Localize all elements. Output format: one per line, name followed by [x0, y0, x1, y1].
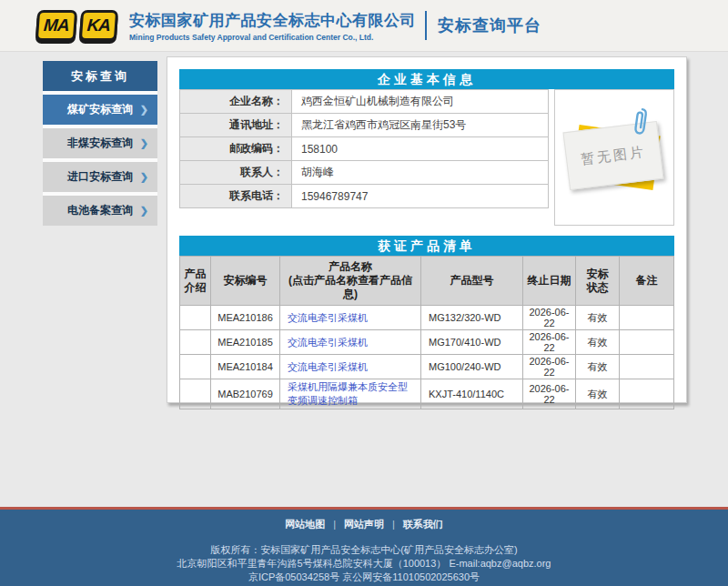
- status-cell: 有效: [576, 330, 620, 355]
- org-name-en: Mining Products Safety Approval and Cert…: [129, 33, 416, 42]
- remark-cell: [620, 306, 674, 330]
- product-name-link[interactable]: 采煤机用隔爆兼本质安全型变频调速控制箱: [288, 381, 408, 406]
- remark-cell: [620, 355, 674, 379]
- org-name-zh: 安标国家矿用产品安全标志中心有限公司: [129, 10, 416, 31]
- cert-no-cell: MAB210769: [211, 379, 280, 409]
- header-divider: [425, 11, 427, 40]
- info-value: 黑龙江省鸡西市鸡冠区南星街53号: [292, 114, 549, 137]
- cert-no-cell: MEA210184: [211, 355, 280, 379]
- chevron-right-icon: ❯: [140, 137, 148, 149]
- product-intro-cell: [180, 306, 211, 330]
- top-header: MA KA 安标国家矿用产品安全标志中心有限公司 Mining Products…: [0, 0, 728, 52]
- info-value: 158100: [292, 137, 549, 161]
- product-name-link[interactable]: 交流电牵引采煤机: [288, 312, 368, 323]
- page: MA KA 安标国家矿用产品安全标志中心有限公司 Mining Products…: [0, 0, 728, 586]
- product-table-column-header: 终止日期: [523, 257, 576, 306]
- main-area: 安标查询 煤矿安标查询❯非煤安标查询❯进口安标查询❯电池备案查询❯ 企业基本信息…: [0, 52, 728, 507]
- sidebar: 安标查询 煤矿安标查询❯非煤安标查询❯进口安标查询❯电池备案查询❯: [43, 61, 157, 226]
- status-cell: 有效: [576, 355, 620, 379]
- product-table-column-header: 产品 介绍: [180, 257, 211, 306]
- copyright-line: 版权所有：安标国家矿用产品安全标志中心(矿用产品安全标志办公室): [0, 543, 728, 557]
- product-name-cell: 采煤机用隔爆兼本质安全型变频调速控制箱: [280, 379, 421, 409]
- maka-logo: MA KA: [35, 10, 118, 41]
- footer-links: 网站地图|网站声明|联系我们: [0, 518, 728, 531]
- product-name-cell: 交流电牵引采煤机: [280, 306, 421, 330]
- sidebar-item[interactable]: 煤矿安标查询❯: [43, 95, 157, 125]
- end-date-cell: 2026-06-22: [523, 306, 576, 330]
- sidebar-item[interactable]: 非煤安标查询❯: [43, 128, 157, 158]
- chevron-right-icon: ❯: [140, 171, 148, 183]
- sidebar-item-label: 进口安标查询: [67, 169, 133, 185]
- logo-badge-ma: MA: [35, 10, 77, 41]
- info-value: 鸡西金恒矿山机械制造有限公司: [292, 90, 549, 114]
- product-model-cell: KXJT-410/1140C: [421, 379, 523, 409]
- product-intro-cell: [180, 355, 211, 379]
- sidebar-item[interactable]: 进口安标查询❯: [43, 162, 157, 192]
- product-table-body: MEA210186交流电牵引采煤机MG132/320-WD2026-06-22有…: [180, 306, 674, 409]
- company-info-row: 通讯地址：黑龙江省鸡西市鸡冠区南星街53号: [180, 114, 549, 137]
- info-label: 联系人：: [180, 161, 292, 185]
- sidebar-item[interactable]: 电池备案查询❯: [43, 196, 157, 226]
- product-table-column-header: 安标 状态: [576, 257, 620, 306]
- info-value: 胡海峰: [292, 161, 549, 185]
- table-row: MEA210185交流电牵引采煤机MG170/410-WD2026-06-22有…: [180, 330, 674, 355]
- platform-title: 安标查询平台: [438, 15, 541, 36]
- company-info-row: 联系人：胡海峰: [180, 161, 549, 185]
- info-value: 15946789747: [292, 185, 549, 208]
- no-image-box: 暂无图片: [554, 89, 674, 226]
- product-model-cell: MG132/320-WD: [421, 306, 523, 330]
- info-label: 通讯地址：: [180, 114, 292, 137]
- footer: 网站地图|网站声明|联系我们 版权所有：安标国家矿用产品安全标志中心(矿用产品安…: [0, 510, 728, 586]
- product-table-header-row: 产品 介绍安标编号产品名称 (点击产品名称查看产品信息)产品型号终止日期安标 状…: [180, 257, 674, 306]
- chevron-right-icon: ❯: [140, 104, 148, 116]
- product-model-cell: MG170/410-WD: [421, 330, 523, 355]
- copyright-line: 北京朝阳区和平里青年沟路5号煤科总院安科大厦（100013） E-mail:aq…: [0, 557, 728, 571]
- status-cell: 有效: [576, 306, 620, 330]
- cert-no-cell: MEA210185: [211, 330, 280, 355]
- table-row: MEA210184交流电牵引采煤机MG100/240-WD2026-06-22有…: [180, 355, 674, 379]
- end-date-cell: 2026-06-22: [523, 330, 576, 355]
- product-table: 产品 介绍安标编号产品名称 (点击产品名称查看产品信息)产品型号终止日期安标 状…: [179, 256, 674, 409]
- status-cell: 有效: [576, 379, 620, 409]
- product-name-link[interactable]: 交流电牵引采煤机: [288, 337, 368, 348]
- copyright-line: 京ICP备05034258号 京公网安备11010502025630号: [0, 571, 728, 584]
- company-info-header: 企业基本信息: [179, 69, 674, 89]
- product-table-column-header: 产品型号: [421, 257, 523, 306]
- remark-cell: [620, 330, 674, 355]
- product-name-link[interactable]: 交流电牵引采煤机: [288, 361, 368, 372]
- product-table-column-header: 安标编号: [211, 257, 280, 306]
- cert-no-cell: MEA210186: [211, 306, 280, 330]
- info-label: 邮政编码：: [180, 137, 292, 161]
- no-image-text: 暂无图片: [580, 143, 647, 168]
- product-table-column-header: 备注: [620, 257, 674, 306]
- chevron-right-icon: ❯: [140, 205, 148, 217]
- sidebar-item-label: 非煤安标查询: [67, 136, 133, 151]
- product-intro-cell: [180, 379, 211, 409]
- product-table-column-header: 产品名称 (点击产品名称查看产品信息): [280, 257, 421, 306]
- info-label: 联系电话：: [180, 185, 292, 208]
- sidebar-item-label: 电池备案查询: [67, 203, 133, 218]
- info-label: 企业名称：: [180, 90, 292, 114]
- company-info-row: 联系电话：15946789747: [180, 185, 549, 208]
- company-info-row: 邮政编码：158100: [180, 137, 549, 161]
- company-info-tbody: 企业名称：鸡西金恒矿山机械制造有限公司通讯地址：黑龙江省鸡西市鸡冠区南星街53号…: [180, 90, 549, 208]
- product-name-cell: 交流电牵引采煤机: [280, 330, 421, 355]
- product-list-header: 获证产品清单: [179, 236, 674, 256]
- logo-badge-ka: KA: [78, 10, 118, 41]
- end-date-cell: 2026-06-22: [523, 355, 576, 379]
- company-info-row: 企业名称：鸡西金恒矿山机械制造有限公司: [180, 90, 549, 114]
- content-panel: 企业基本信息 企业名称：鸡西金恒矿山机械制造有限公司通讯地址：黑龙江省鸡西市鸡冠…: [167, 56, 687, 403]
- product-table-head: 产品 介绍安标编号产品名称 (点击产品名称查看产品信息)产品型号终止日期安标 状…: [180, 257, 674, 306]
- footer-link[interactable]: 联系我们: [403, 519, 443, 530]
- footer-link[interactable]: 网站声明: [344, 519, 384, 530]
- company-info-section: 企业名称：鸡西金恒矿山机械制造有限公司通讯地址：黑龙江省鸡西市鸡冠区南星街53号…: [179, 89, 674, 226]
- sidebar-title: 安标查询: [43, 61, 157, 91]
- product-name-cell: 交流电牵引采煤机: [280, 355, 421, 379]
- product-model-cell: MG100/240-WD: [421, 355, 523, 379]
- sidebar-item-label: 煤矿安标查询: [67, 102, 133, 117]
- org-title-block: 安标国家矿用产品安全标志中心有限公司 Mining Products Safet…: [129, 10, 416, 42]
- product-intro-cell: [180, 330, 211, 355]
- table-row: MAB210769采煤机用隔爆兼本质安全型变频调速控制箱KXJT-410/114…: [180, 379, 674, 409]
- end-date-cell: 2026-06-22: [523, 379, 576, 409]
- footer-link[interactable]: 网站地图: [285, 519, 325, 530]
